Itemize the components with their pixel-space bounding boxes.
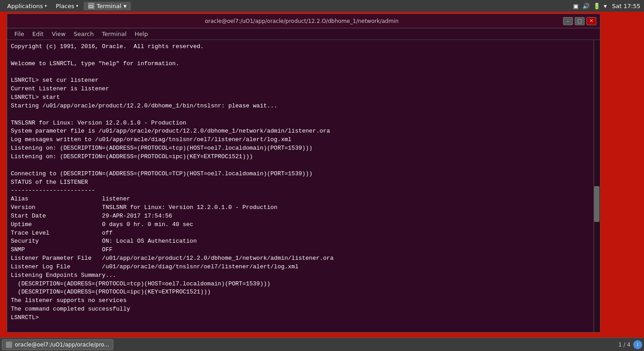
menu-file[interactable]: File [11,30,28,38]
menu-terminal[interactable]: Terminal [98,30,130,38]
taskbar: oracle@oel7:/uO1/app/oracle/pro... 1 / 4… [0,338,644,351]
system-bar: Applications ▾ Places ▾ ▭ Terminal ▾ ▣ 🔊… [0,0,644,12]
monitor-icon: ▣ [573,3,578,9]
menu-help[interactable]: Help [131,30,152,38]
terminal-title: oracle@oel7:/uO1/app/oracle/product/12.2… [40,18,563,24]
terminal-arrow-icon: ▾ [124,3,127,9]
sys-tray: ▣ 🔊 🔋 ▾ [573,3,607,9]
minimize-button[interactable]: – [563,17,573,25]
terminal-output: Copyright (c) 1991, 2016, Oracle. All ri… [11,43,596,322]
taskbar-page-indicator: 1 / 4 i [618,340,642,349]
terminal-content[interactable]: Copyright (c) 1991, 2016, Oracle. All ri… [7,40,600,332]
taskbar-terminal-icon [6,342,12,348]
applications-label: Applications [7,3,43,9]
terminal-tab-label: Terminal [97,3,121,9]
titlebar-controls: – □ ✕ [563,17,596,25]
terminal-titlebar: oracle@oel7:/uO1/app/oracle/product/12.2… [7,14,600,28]
battery-icon: 🔋 [593,3,600,9]
terminal-tab[interactable]: ▭ Terminal ▾ [84,2,131,10]
menu-view[interactable]: View [48,30,69,38]
sound-icon: 🔊 [582,3,590,9]
places-arrow-icon: ▾ [76,4,78,8]
scrollbar[interactable] [594,40,600,332]
terminal-window: oracle@oel7:/uO1/app/oracle/product/12.2… [7,13,600,333]
maximize-button[interactable]: □ [575,17,585,25]
taskbar-terminal-item[interactable]: oracle@oel7:/uO1/app/oracle/pro... [2,339,113,350]
taskbar-terminal-label: oracle@oel7:/uO1/app/oracle/pro... [15,342,109,348]
menu-search[interactable]: Search [70,30,98,38]
settings-arrow-icon: ▾ [604,3,607,9]
places-menu[interactable]: Places ▾ [52,2,82,10]
places-label: Places [56,3,74,9]
menu-edit[interactable]: Edit [29,30,47,38]
page-number: 1 / 4 [618,342,631,348]
scrollbar-thumb[interactable] [594,186,599,222]
close-button[interactable]: ✕ [586,17,596,25]
applications-arrow-icon: ▾ [45,4,47,8]
menu-bar: File Edit View Search Terminal Help [7,28,600,40]
terminal-icon: ▭ [88,3,94,9]
page-circle-icon: i [633,340,642,349]
system-bar-right: ▣ 🔊 🔋 ▾ Sat 17:55 [573,3,640,9]
clock: Sat 17:55 [612,3,640,9]
system-bar-left: Applications ▾ Places ▾ ▭ Terminal ▾ [4,2,131,10]
applications-menu[interactable]: Applications ▾ [4,2,50,10]
